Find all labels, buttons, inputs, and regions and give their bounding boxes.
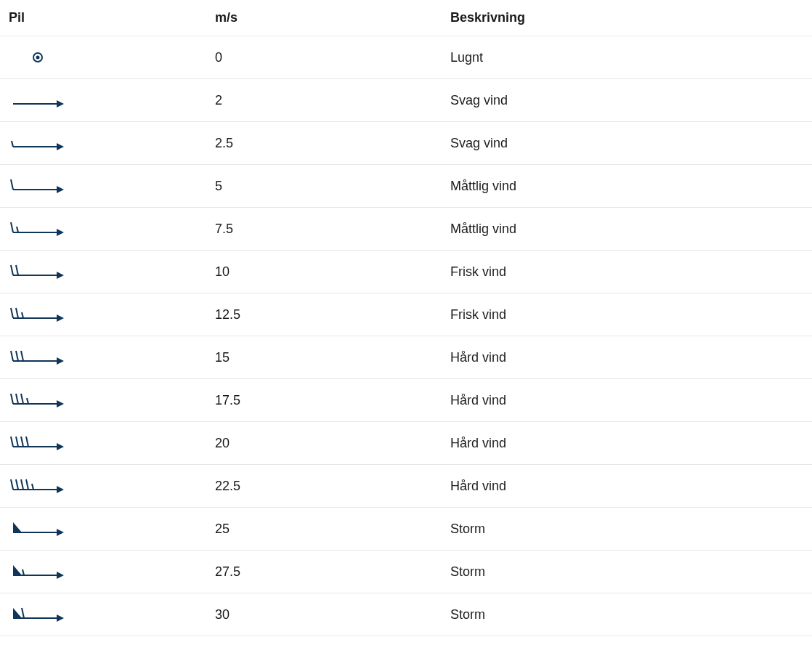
wind-description: Storm [442, 593, 812, 636]
table-row: 2.5Svag vind [0, 122, 812, 165]
wind-description: Svag vind [442, 79, 812, 122]
wind-speed-value: 30 [206, 593, 442, 636]
calm-icon [9, 46, 67, 68]
wind-speed-value: 0 [206, 36, 442, 79]
svg-line-38 [21, 437, 23, 447]
wind-speed-value: 20 [206, 422, 442, 465]
table-row: 0Lugnt [0, 36, 812, 79]
wind-description: Svag vind [442, 122, 812, 165]
wind-barb-icon [9, 432, 67, 454]
wind-barb-icon [9, 175, 67, 197]
table-row: 17.5Hård vind [0, 379, 812, 422]
svg-line-57 [22, 608, 24, 618]
wind-barb-icon [9, 218, 67, 240]
wind-arrow-cell [0, 122, 206, 165]
table-row: 7.5Måttlig vind [0, 208, 812, 251]
wind-description: Hård vind [442, 336, 812, 379]
svg-marker-49 [13, 522, 22, 532]
wind-barb-icon [9, 346, 67, 368]
svg-line-43 [16, 479, 18, 490]
wind-speed-value: 22.5 [206, 465, 442, 508]
svg-marker-8 [57, 186, 64, 193]
table-row: 5Måttlig vind [0, 165, 812, 208]
svg-line-20 [11, 308, 13, 318]
svg-line-44 [21, 479, 23, 490]
svg-marker-52 [13, 565, 22, 575]
svg-marker-3 [57, 100, 64, 108]
wind-description: Måttlig vind [442, 165, 812, 208]
wind-barb-icon [9, 475, 67, 497]
wind-description: Lugnt [442, 36, 812, 79]
svg-marker-56 [13, 608, 22, 618]
table-row: 10Frisk vind [0, 251, 812, 293]
svg-line-31 [16, 394, 18, 404]
wind-speed-value: 7.5 [206, 208, 442, 251]
svg-line-13 [17, 227, 18, 232]
wind-speed-value: 2.5 [206, 122, 442, 165]
wind-arrow-cell [0, 379, 206, 422]
table-row: 25Storm [0, 508, 812, 551]
table-row: 2Svag vind [0, 79, 812, 122]
table-row: 20Hård vind [0, 422, 812, 465]
svg-marker-55 [57, 614, 64, 622]
svg-line-32 [21, 394, 23, 404]
wind-arrow-cell [0, 165, 206, 208]
svg-line-25 [11, 351, 13, 361]
svg-line-16 [11, 265, 13, 275]
svg-line-45 [26, 479, 28, 490]
wind-arrow-cell [0, 251, 206, 293]
svg-line-26 [16, 351, 18, 361]
header-ms: m/s [206, 0, 442, 36]
wind-description: Storm [442, 508, 812, 551]
wind-arrow-cell [0, 636, 206, 646]
wind-speed-value: 32.5 [206, 636, 442, 646]
wind-arrow-cell [0, 36, 206, 79]
wind-arrow-cell [0, 508, 206, 551]
svg-line-39 [26, 437, 28, 447]
wind-barb-icon [9, 389, 67, 411]
wind-arrow-cell [0, 336, 206, 379]
wind-barb-icon [9, 518, 67, 540]
wind-speed-value: 25 [206, 508, 442, 551]
wind-description: Hård vind [442, 422, 812, 465]
wind-description: Hård vind [442, 465, 812, 508]
wind-description: Orkan [442, 636, 812, 646]
wind-speed-value: 10 [206, 251, 442, 293]
wind-speed-value: 2 [206, 79, 442, 122]
svg-marker-51 [57, 572, 64, 579]
wind-arrow-cell [0, 208, 206, 251]
svg-line-27 [21, 351, 23, 361]
wind-barb-icon [9, 261, 67, 283]
wind-speed-value: 15 [206, 336, 442, 379]
wind-barb-icon [9, 89, 67, 111]
svg-marker-24 [57, 357, 64, 365]
svg-line-9 [11, 179, 13, 190]
svg-marker-19 [57, 315, 64, 322]
wind-barb-icon [9, 132, 67, 154]
svg-line-12 [11, 222, 13, 232]
svg-line-42 [11, 479, 13, 490]
svg-marker-35 [57, 443, 64, 450]
svg-line-22 [22, 312, 23, 318]
table-row: 30Storm [0, 593, 812, 636]
svg-marker-29 [57, 400, 64, 407]
svg-line-6 [12, 141, 13, 147]
wind-arrow-cell [0, 79, 206, 122]
wind-arrow-cell [0, 293, 206, 336]
header-pil: Pil [0, 0, 206, 36]
wind-arrow-cell [0, 422, 206, 465]
table-header-row: Pil m/s Beskrivning [0, 0, 812, 36]
header-desc: Beskrivning [442, 0, 812, 36]
svg-marker-41 [57, 486, 64, 493]
table-row: 27.5Storm [0, 551, 812, 593]
wind-barb-icon [9, 561, 67, 583]
wind-description: Frisk vind [442, 293, 812, 336]
wind-barb-icon [9, 604, 67, 625]
svg-line-30 [11, 394, 13, 404]
wind-description: Storm [442, 551, 812, 593]
svg-marker-5 [57, 143, 64, 150]
svg-line-17 [16, 265, 18, 275]
wind-arrow-cell [0, 465, 206, 508]
table-row: 15Hård vind [0, 336, 812, 379]
svg-line-37 [16, 437, 18, 447]
